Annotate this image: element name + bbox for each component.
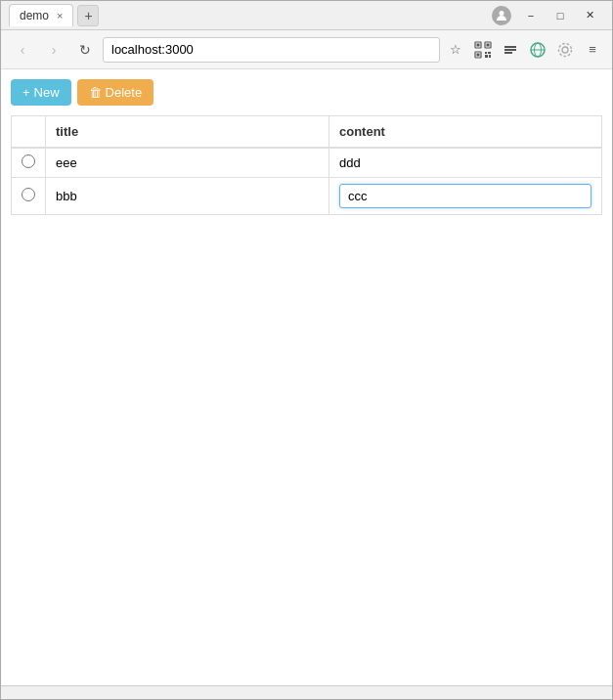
new-label: New [34,85,60,100]
table-row: eee ddd [12,148,602,178]
col-header-radio [12,116,46,149]
col-header-content: content [329,116,602,149]
new-button[interactable]: + New [11,79,71,106]
row-content-cell-2 [329,178,602,215]
row-radio-cell-2 [12,178,46,215]
maximize-button[interactable]: □ [546,1,575,30]
refresh-button[interactable]: ↻ [71,36,99,64]
svg-rect-9 [485,55,488,58]
row-title-2: bbb [56,189,77,203]
browser-toolbar: ‹ › ↻ localhost:3000 ☆ [1,30,612,69]
svg-point-14 [562,47,568,53]
svg-rect-8 [488,52,491,54]
row-title-cell-1: eee [46,148,329,178]
svg-rect-7 [485,52,487,54]
browser-tab[interactable]: demo × [9,4,73,26]
row-radio-1[interactable] [22,154,35,168]
forward-icon: › [52,42,57,58]
svg-rect-4 [487,43,490,46]
new-tab-button[interactable]: + [77,5,99,26]
svg-point-0 [500,11,504,16]
refresh-icon: ↻ [79,42,91,58]
close-window-button[interactable]: ✕ [575,1,604,30]
browser-window: demo × + − □ ✕ ‹ › ↻ localhost:3000 [0,0,613,700]
star-button[interactable]: ☆ [444,38,467,62]
content-input-2[interactable] [339,184,591,208]
avatar-button[interactable] [487,1,516,30]
avatar-icon [492,6,511,25]
svg-rect-6 [477,53,480,56]
row-content-1: ddd [339,155,361,170]
scrollbar-track [3,688,610,698]
svg-point-15 [559,43,572,56]
table-header-row: title content [12,116,602,149]
url-text: localhost:3000 [111,42,194,57]
row-title-cell-2: bbb [46,178,329,215]
address-bar[interactable]: localhost:3000 [103,37,440,63]
page-content: + New 🗑 Delete title content [1,69,612,685]
back-icon: ‹ [21,42,25,58]
extensions-button[interactable] [499,38,522,62]
tab-title: demo [20,9,49,22]
title-bar: demo × + − □ ✕ [1,1,612,30]
row-title-1: eee [56,155,77,170]
svg-rect-10 [489,55,491,58]
horizontal-scrollbar[interactable] [1,685,612,699]
trash-icon: 🗑 [89,85,102,100]
row-radio-cell [12,148,46,178]
action-bar: + New 🗑 Delete [11,79,602,106]
settings-button[interactable] [553,38,577,62]
col-header-title: title [46,116,329,149]
delete-button[interactable]: 🗑 Delete [77,79,154,106]
menu-icon: ≡ [589,42,596,57]
data-table: title content eee ddd [11,115,602,215]
close-tab-button[interactable]: × [57,10,63,22]
star-icon: ☆ [450,42,461,57]
delete-label: Delete [106,85,143,100]
row-radio-2[interactable] [22,188,35,201]
minimize-button[interactable]: − [516,1,546,30]
forward-button[interactable]: › [40,36,67,64]
row-content-cell-1: ddd [329,148,602,178]
menu-button[interactable]: ≡ [581,38,604,62]
svg-rect-2 [477,43,480,46]
qr-button[interactable] [471,38,495,62]
table-row: bbb [12,178,602,215]
new-plus-icon: + [22,85,30,100]
back-button[interactable]: ‹ [9,36,36,64]
globe-button[interactable] [526,38,549,62]
